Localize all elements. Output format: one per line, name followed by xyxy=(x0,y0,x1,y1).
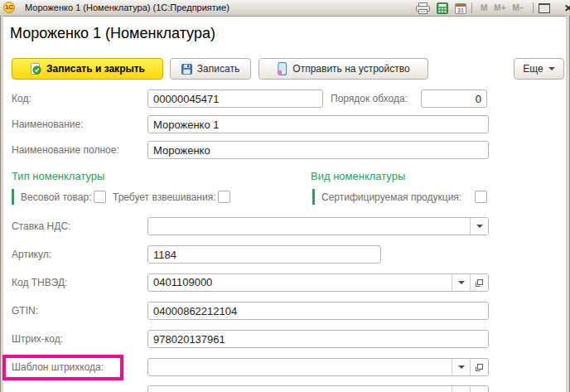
tnved-code-select[interactable]: 0401109000 xyxy=(147,273,489,292)
requires-weighing-checkbox[interactable] xyxy=(218,191,230,203)
walk-order-input[interactable] xyxy=(421,90,487,108)
barcode-template-value xyxy=(148,359,452,375)
barcode-template-label: Шаблон штрихкода: xyxy=(12,358,104,376)
save-and-close-button[interactable]: Записать и закрыть xyxy=(12,58,163,80)
certified-product-checkbox[interactable] xyxy=(475,191,487,203)
name-input[interactable] xyxy=(147,115,489,133)
more-button[interactable]: Еще xyxy=(514,58,564,80)
article-label: Артикул: xyxy=(12,245,51,264)
chevron-down-icon xyxy=(548,67,555,70)
send-to-device-button[interactable]: Отправить на устройство xyxy=(258,58,428,80)
section-type-header: Тип номенклатуры xyxy=(12,170,104,182)
tnved-code-label: Код ТНВЭД: xyxy=(12,273,67,292)
dropdown-arrow-icon[interactable] xyxy=(470,218,488,235)
1c-logo-icon: 1С xyxy=(3,2,15,13)
svg-text:31: 31 xyxy=(457,7,464,12)
section-kind-header: Вид номенклатуры xyxy=(311,170,405,182)
memory-m-plus-button[interactable]: M+ xyxy=(490,3,509,12)
window-border-right xyxy=(566,16,570,392)
vat-rate-select[interactable] xyxy=(147,217,489,235)
send-to-device-label: Отправить на устройство xyxy=(292,63,409,75)
walk-order-label: Порядок обхода: xyxy=(331,90,408,108)
open-icon[interactable] xyxy=(470,386,488,392)
article-input[interactable] xyxy=(147,245,381,264)
save-label: Записать xyxy=(197,63,239,75)
save-icon xyxy=(181,64,192,75)
code-label: Код: xyxy=(12,90,31,108)
titlebar-separator xyxy=(471,2,472,13)
dropdown-arrow-icon[interactable] xyxy=(452,386,470,392)
vat-rate-value xyxy=(148,218,470,235)
tnved-code-value: 0401109000 xyxy=(148,274,452,291)
window-title: Мороженко 1 (Номенклатура) (1С:Предприят… xyxy=(25,2,229,12)
save-button[interactable]: Записать xyxy=(170,58,251,80)
more-label: Еще xyxy=(523,63,543,75)
dropdown-arrow-icon[interactable] xyxy=(452,274,470,291)
save-and-close-label: Записать и закрыть xyxy=(46,63,145,75)
memory-m-button[interactable]: M xyxy=(477,3,490,12)
save-close-icon xyxy=(30,63,41,75)
close-icon[interactable]: ✕ xyxy=(564,2,570,14)
titlebar-buttons: 31 M M+ M− xyxy=(416,0,550,16)
open-icon[interactable] xyxy=(470,274,488,291)
next-field-select-partial[interactable] xyxy=(147,385,489,392)
barcode-template-select[interactable] xyxy=(147,358,489,376)
titlebar: 1С Мороженко 1 (Номенклатура) (1С:Предпр… xyxy=(0,0,570,17)
code-input[interactable] xyxy=(147,90,323,108)
weight-goods-checkbox[interactable] xyxy=(94,191,106,203)
calendar-icon[interactable]: 31 xyxy=(455,2,466,14)
page-title: Мороженко 1 (Номенклатура) xyxy=(10,25,215,42)
gtin-label: GTIN: xyxy=(12,302,38,320)
barcode-label: Штрих-код: xyxy=(12,330,63,348)
print-icon[interactable] xyxy=(416,2,430,14)
full-name-input[interactable] xyxy=(147,141,489,159)
memory-m-minus-button[interactable]: M− xyxy=(510,3,528,12)
full-name-label: Наименование полное: xyxy=(12,141,119,159)
window-border-left xyxy=(0,16,3,392)
requires-weighing-label: Требует взвешивания: xyxy=(113,190,216,205)
section-accent-bar xyxy=(312,189,315,205)
send-device-icon xyxy=(277,62,287,75)
certified-product-label: Сертифицируемая продукция: xyxy=(321,190,461,205)
name-label: Наименование: xyxy=(12,115,84,133)
titlebar-separator xyxy=(533,2,534,13)
barcode-input[interactable] xyxy=(147,330,489,348)
calculator-icon[interactable] xyxy=(437,2,448,14)
section-accent-bar xyxy=(12,189,14,205)
maximize-icon[interactable] xyxy=(539,3,550,13)
vat-rate-label: Ставка НДС: xyxy=(12,217,70,235)
open-icon[interactable] xyxy=(470,359,488,375)
1c-window: 1С Мороженко 1 (Номенклатура) (1С:Предпр… xyxy=(0,0,570,392)
dropdown-arrow-icon[interactable] xyxy=(452,359,470,375)
gtin-input[interactable] xyxy=(147,302,489,320)
weight-goods-label: Весовой товар: xyxy=(21,190,91,205)
